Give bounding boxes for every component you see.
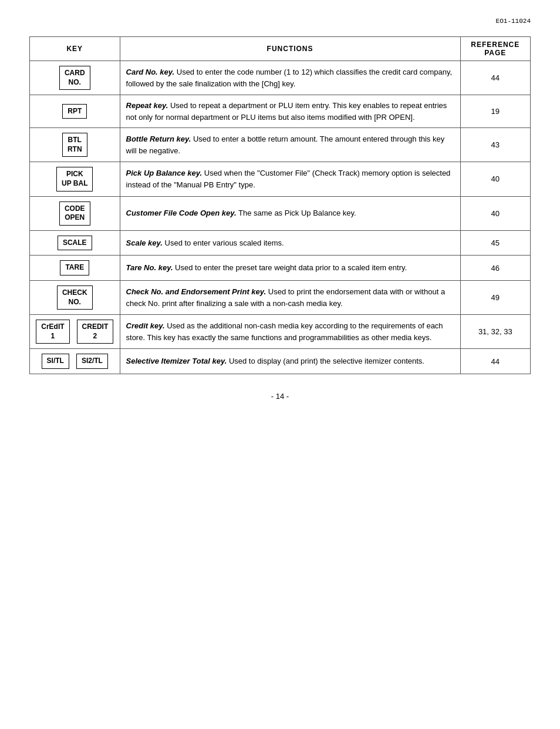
key-button: CREDIT2: [77, 320, 114, 344]
function-text: Scale key. Used to enter various scaled …: [126, 237, 454, 249]
header-ref: REFERENCE PAGE: [460, 37, 530, 61]
function-cell: Pick Up Balance key. Used when the "Cust…: [120, 162, 460, 196]
function-key-name: Selective Itemizer Total key.: [126, 357, 227, 365]
key-button: CrEdIT1: [36, 320, 69, 344]
function-key-name: Repeat key.: [126, 101, 168, 110]
key-button: RPT: [62, 104, 87, 119]
ref-cell: 40: [460, 196, 530, 230]
function-key-name: Check No. and Endorsement Print key.: [126, 287, 266, 296]
key-button: CODEOPEN: [59, 201, 90, 226]
function-text: Pick Up Balance key. Used when the "Cust…: [126, 167, 454, 190]
key-cell: PICKUP BAL: [30, 162, 120, 196]
key-cell: CODEOPEN: [30, 196, 120, 230]
table-row: SI/TLSI2/TLSelective Itemizer Total key.…: [30, 349, 531, 374]
function-text: Tare No. key. Used to enter the preset t…: [126, 262, 454, 274]
function-key-name: Pick Up Balance key.: [126, 169, 203, 177]
key-cell: RPT: [30, 95, 120, 128]
table-row: CrEdIT1CREDIT2Credit key. Used as the ad…: [30, 315, 531, 349]
ref-cell: 31, 32, 33: [460, 315, 530, 349]
function-key-name: Customer File Code Open key.: [126, 209, 237, 217]
key-button: CHECKNO.: [57, 285, 93, 310]
function-cell: Selective Itemizer Total key. Used to di…: [120, 349, 460, 374]
key-pair: CrEdIT1CREDIT2: [36, 320, 114, 344]
function-cell: Repeat key. Used to repeat a department …: [120, 95, 460, 128]
function-text: Credit key. Used as the additional non-c…: [126, 320, 454, 343]
ref-cell: 46: [460, 256, 530, 281]
ref-cell: 45: [460, 230, 530, 256]
header-key: KEY: [30, 37, 120, 61]
function-cell: Bottle Return key. Used to enter a bottl…: [120, 128, 460, 162]
key-cell: SCALE: [30, 230, 120, 256]
ref-cell: 44: [460, 349, 530, 374]
ref-cell: 43: [460, 128, 530, 162]
table-row: TARETare No. key. Used to enter the pres…: [30, 256, 531, 281]
key-cell: BTLRTN: [30, 128, 120, 162]
function-text: Card No. key. Used to enter the code num…: [126, 66, 454, 89]
key-button: SCALE: [58, 236, 92, 251]
ref-cell: 44: [460, 61, 530, 95]
function-key-name: Credit key.: [126, 321, 165, 330]
function-cell: Card No. key. Used to enter the code num…: [120, 61, 460, 95]
function-cell: Customer File Code Open key. The same as…: [120, 196, 460, 230]
key-cell: TARE: [30, 256, 120, 281]
key-button: BTLRTN: [62, 133, 87, 157]
function-cell: Credit key. Used as the additional non-c…: [120, 315, 460, 349]
key-cell: CrEdIT1CREDIT2: [30, 315, 120, 349]
function-text: Repeat key. Used to repeat a department …: [126, 100, 454, 123]
key-button: PICKUP BAL: [56, 167, 93, 191]
function-text: Bottle Return key. Used to enter a bottl…: [126, 133, 454, 156]
function-text: Selective Itemizer Total key. Used to di…: [126, 355, 454, 367]
function-key-name: Bottle Return key.: [126, 135, 191, 143]
function-key-name: Tare No. key.: [126, 263, 173, 272]
function-cell: Check No. and Endorsement Print key. Use…: [120, 280, 460, 314]
key-button: CARDNO.: [59, 66, 90, 90]
function-text: Check No. and Endorsement Print key. Use…: [126, 286, 454, 309]
function-key-name: Card No. key.: [126, 68, 175, 76]
table-row: SCALEScale key. Used to enter various sc…: [30, 230, 531, 256]
function-cell: Tare No. key. Used to enter the preset t…: [120, 256, 460, 281]
table-row: CARDNO.Card No. key. Used to enter the c…: [30, 61, 531, 95]
ref-cell: 40: [460, 162, 530, 196]
table-row: PICKUP BALPick Up Balance key. Used when…: [30, 162, 531, 196]
function-cell: Scale key. Used to enter various scaled …: [120, 230, 460, 256]
ref-cell: 19: [460, 95, 530, 128]
page-number: - 14 -: [29, 392, 531, 401]
table-row: BTLRTNBottle Return key. Used to enter a…: [30, 128, 531, 162]
key-pair: SI/TLSI2/TL: [36, 354, 114, 369]
table-row: CHECKNO.Check No. and Endorsement Print …: [30, 280, 531, 314]
key-button: SI2/TL: [76, 354, 108, 369]
key-cell: SI/TLSI2/TL: [30, 349, 120, 374]
ref-cell: 49: [460, 280, 530, 314]
main-table: KEY FUNCTIONS REFERENCE PAGE CARDNO.Card…: [29, 36, 531, 374]
key-cell: CHECKNO.: [30, 280, 120, 314]
document-id: EO1-11024: [29, 18, 531, 25]
table-row: CODEOPENCustomer File Code Open key. The…: [30, 196, 531, 230]
key-cell: CARDNO.: [30, 61, 120, 95]
function-text: Customer File Code Open key. The same as…: [126, 207, 454, 219]
key-button: TARE: [60, 260, 89, 276]
function-key-name: Scale key.: [126, 238, 163, 247]
header-functions: FUNCTIONS: [120, 37, 460, 61]
table-row: RPTRepeat key. Used to repeat a departme…: [30, 95, 531, 128]
key-button: SI/TL: [42, 354, 69, 369]
